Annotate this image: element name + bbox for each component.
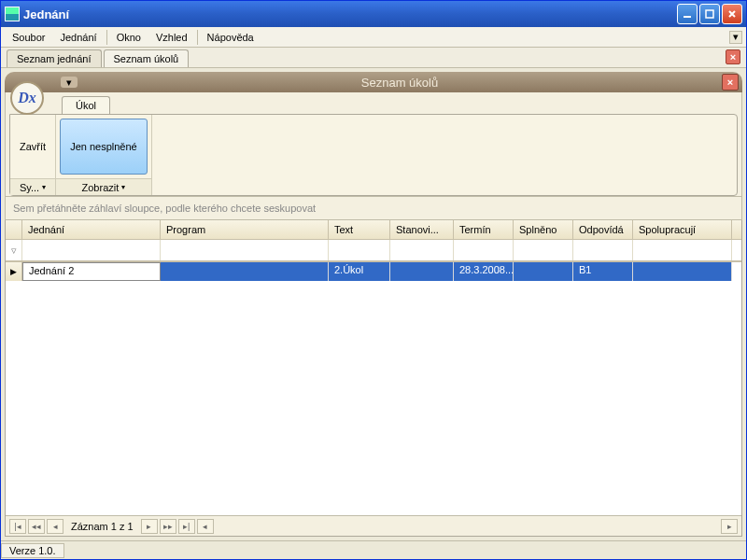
app-icon <box>5 7 20 21</box>
data-grid: Jednání Program Text Stanovi... Termín S… <box>5 220 742 537</box>
svg-rect-0 <box>684 16 691 18</box>
panel-close-button[interactable]: × <box>722 74 739 91</box>
svg-rect-1 <box>706 10 713 18</box>
jen-nesplnene-button[interactable]: Jen nesplněné <box>60 119 148 175</box>
menu-vzhled[interactable]: Vzhled <box>148 30 195 45</box>
cell-stanovisko[interactable] <box>390 262 454 281</box>
cell-text[interactable]: 2.Úkol <box>329 262 390 281</box>
content-area: Dx ▾ Seznam úkolů × Úkol Zavřít Sy...▾ J… <box>1 68 746 540</box>
maximize-button[interactable] <box>699 4 720 24</box>
filter-stanovisko[interactable] <box>390 240 454 260</box>
col-header-odpovida[interactable]: Odpovídá <box>573 220 633 239</box>
cell-program[interactable] <box>161 262 329 281</box>
filter-program[interactable] <box>161 240 329 260</box>
minimize-button[interactable] <box>677 4 698 24</box>
zavrit-button[interactable]: Zavřít <box>10 115 55 178</box>
titlebar: Jednání <box>1 1 746 27</box>
ribbon-group-label-sy[interactable]: Sy...▾ <box>10 178 55 195</box>
menu-jednani[interactable]: Jednání <box>52 30 104 45</box>
nav-next-page-button[interactable]: ▸▸ <box>160 519 176 534</box>
window-title: Jednání <box>23 7 677 21</box>
menubar: Soubor Jednání Okno Vzhled Nápověda ▾ <box>1 27 746 48</box>
filter-termin[interactable] <box>454 240 514 260</box>
filter-splneno[interactable] <box>514 240 573 260</box>
menu-okno[interactable]: Okno <box>109 30 148 45</box>
col-header-splneno[interactable]: Splněno <box>514 220 573 239</box>
nav-position-text: Záznam 1 z 1 <box>65 521 139 532</box>
document-tabs: Seznam jednání Seznam úkolů × <box>1 48 746 68</box>
nav-scroll-right-button[interactable]: ▸ <box>721 519 738 534</box>
menu-separator <box>106 30 107 45</box>
menu-napoveda[interactable]: Nápověda <box>200 30 261 45</box>
tab-close-button[interactable]: × <box>726 49 740 64</box>
filter-jednani[interactable] <box>22 240 161 260</box>
app-badge-icon[interactable]: Dx <box>10 81 44 115</box>
tab-seznam-ukolu[interactable]: Seznam úkolů <box>104 49 190 67</box>
status-version: Verze 1.0. <box>1 543 64 558</box>
app-window: Jednání Soubor Jednání Okno Vzhled Nápov… <box>0 0 747 560</box>
cell-odpovida[interactable]: B1 <box>573 262 633 281</box>
record-navigator: |◂ ◂◂ ◂ Záznam 1 z 1 ▸ ▸▸ ▸| ◂ ▸ <box>6 515 741 536</box>
filter-icon[interactable]: ▿ <box>6 240 22 260</box>
grid-filter-row: ▿ <box>6 240 741 262</box>
tab-seznam-jednani[interactable]: Seznam jednání <box>7 49 102 67</box>
panel-dropdown-icon[interactable]: ▾ <box>61 77 78 88</box>
nav-first-button[interactable]: |◂ <box>9 519 26 534</box>
cell-jednani[interactable]: Jednání 2 <box>22 262 161 281</box>
menu-soubor[interactable]: Soubor <box>5 30 52 45</box>
panel-title: Seznam úkolů <box>78 76 722 90</box>
filter-spolupracuji[interactable] <box>633 240 732 260</box>
nav-prev-page-button[interactable]: ◂◂ <box>28 519 45 534</box>
nav-next-button[interactable]: ▸ <box>141 519 158 534</box>
ribbon: Úkol Zavřít Sy...▾ Jen nesplněné Zobrazi… <box>5 92 742 197</box>
nav-scroll-left-button[interactable]: ◂ <box>197 519 214 534</box>
ribbon-group-system: Zavřít Sy...▾ <box>10 115 56 195</box>
table-row[interactable]: ▶ Jednání 2 2.Úkol 28.3.2008... B1 <box>6 262 741 281</box>
filter-text[interactable] <box>329 240 390 260</box>
window-close-button[interactable] <box>722 4 742 24</box>
col-header-program[interactable]: Program <box>161 220 329 239</box>
ribbon-tab-ukol[interactable]: Úkol <box>62 96 110 114</box>
col-header-stanovisko[interactable]: Stanovi... <box>390 220 454 239</box>
ribbon-group-label-zobrazit[interactable]: Zobrazit▾ <box>56 178 151 195</box>
nav-prev-button[interactable]: ◂ <box>47 519 63 534</box>
grid-body: ▶ Jednání 2 2.Úkol 28.3.2008... B1 <box>6 262 741 515</box>
cell-spolupracuji[interactable] <box>633 262 732 281</box>
col-header-jednani[interactable]: Jednání <box>22 220 161 239</box>
col-header-spolupracuji[interactable]: Spolupracují <box>633 220 732 239</box>
grid-corner <box>6 220 22 239</box>
cell-termin[interactable]: 28.3.2008... <box>454 262 514 281</box>
filter-odpovida[interactable] <box>573 240 633 260</box>
grid-header-row: Jednání Program Text Stanovi... Termín S… <box>6 220 741 240</box>
panel-header: Dx ▾ Seznam úkolů × <box>5 72 742 92</box>
nav-last-button[interactable]: ▸| <box>178 519 195 534</box>
col-header-termin[interactable]: Termín <box>454 220 514 239</box>
statusbar: Verze 1.0. <box>1 540 746 559</box>
ribbon-group-zobrazit: Jen nesplněné Zobrazit▾ <box>56 115 152 195</box>
menubar-dropdown-icon[interactable]: ▾ <box>729 31 742 44</box>
col-header-text[interactable]: Text <box>329 220 390 239</box>
menu-separator <box>197 30 198 45</box>
row-indicator-icon: ▶ <box>6 262 22 281</box>
cell-splneno[interactable] <box>514 262 573 281</box>
group-by-hint[interactable]: Sem přetáhněte záhlaví sloupce, podle kt… <box>5 197 742 220</box>
